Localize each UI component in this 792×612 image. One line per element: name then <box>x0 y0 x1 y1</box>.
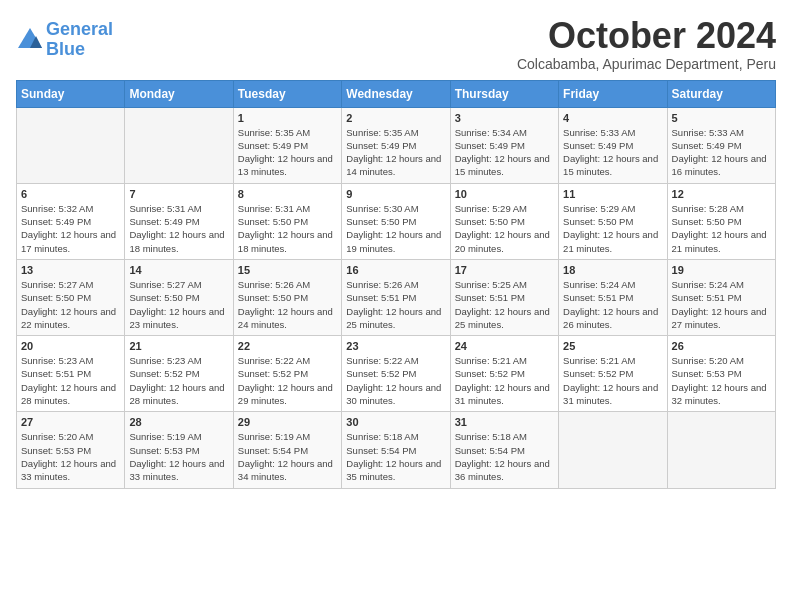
calendar-cell: 12Sunrise: 5:28 AM Sunset: 5:50 PM Dayli… <box>667 183 775 259</box>
calendar-cell: 22Sunrise: 5:22 AM Sunset: 5:52 PM Dayli… <box>233 336 341 412</box>
header-wednesday: Wednesday <box>342 80 450 107</box>
calendar-week-3: 13Sunrise: 5:27 AM Sunset: 5:50 PM Dayli… <box>17 259 776 335</box>
logo-icon <box>16 26 44 54</box>
day-info: Sunrise: 5:20 AM Sunset: 5:53 PM Dayligh… <box>21 430 120 483</box>
day-info: Sunrise: 5:31 AM Sunset: 5:49 PM Dayligh… <box>129 202 228 255</box>
calendar-cell: 30Sunrise: 5:18 AM Sunset: 5:54 PM Dayli… <box>342 412 450 488</box>
day-info: Sunrise: 5:27 AM Sunset: 5:50 PM Dayligh… <box>21 278 120 331</box>
calendar-cell: 27Sunrise: 5:20 AM Sunset: 5:53 PM Dayli… <box>17 412 125 488</box>
day-number: 17 <box>455 264 554 276</box>
calendar-cell: 31Sunrise: 5:18 AM Sunset: 5:54 PM Dayli… <box>450 412 558 488</box>
calendar-cell: 28Sunrise: 5:19 AM Sunset: 5:53 PM Dayli… <box>125 412 233 488</box>
day-info: Sunrise: 5:21 AM Sunset: 5:52 PM Dayligh… <box>563 354 662 407</box>
calendar-week-2: 6Sunrise: 5:32 AM Sunset: 5:49 PM Daylig… <box>17 183 776 259</box>
day-number: 27 <box>21 416 120 428</box>
calendar-header-row: SundayMondayTuesdayWednesdayThursdayFrid… <box>17 80 776 107</box>
calendar-table: SundayMondayTuesdayWednesdayThursdayFrid… <box>16 80 776 489</box>
day-number: 11 <box>563 188 662 200</box>
day-info: Sunrise: 5:30 AM Sunset: 5:50 PM Dayligh… <box>346 202 445 255</box>
day-info: Sunrise: 5:22 AM Sunset: 5:52 PM Dayligh… <box>238 354 337 407</box>
day-info: Sunrise: 5:29 AM Sunset: 5:50 PM Dayligh… <box>455 202 554 255</box>
day-info: Sunrise: 5:23 AM Sunset: 5:52 PM Dayligh… <box>129 354 228 407</box>
calendar-week-4: 20Sunrise: 5:23 AM Sunset: 5:51 PM Dayli… <box>17 336 776 412</box>
header-friday: Friday <box>559 80 667 107</box>
calendar-cell: 3Sunrise: 5:34 AM Sunset: 5:49 PM Daylig… <box>450 107 558 183</box>
day-info: Sunrise: 5:19 AM Sunset: 5:54 PM Dayligh… <box>238 430 337 483</box>
calendar-cell: 15Sunrise: 5:26 AM Sunset: 5:50 PM Dayli… <box>233 259 341 335</box>
day-number: 13 <box>21 264 120 276</box>
day-info: Sunrise: 5:20 AM Sunset: 5:53 PM Dayligh… <box>672 354 771 407</box>
subtitle: Colcabamba, Apurimac Department, Peru <box>517 56 776 72</box>
calendar-cell: 9Sunrise: 5:30 AM Sunset: 5:50 PM Daylig… <box>342 183 450 259</box>
header-saturday: Saturday <box>667 80 775 107</box>
calendar-cell: 26Sunrise: 5:20 AM Sunset: 5:53 PM Dayli… <box>667 336 775 412</box>
header-monday: Monday <box>125 80 233 107</box>
calendar-cell: 13Sunrise: 5:27 AM Sunset: 5:50 PM Dayli… <box>17 259 125 335</box>
day-info: Sunrise: 5:33 AM Sunset: 5:49 PM Dayligh… <box>563 126 662 179</box>
day-info: Sunrise: 5:27 AM Sunset: 5:50 PM Dayligh… <box>129 278 228 331</box>
day-info: Sunrise: 5:24 AM Sunset: 5:51 PM Dayligh… <box>563 278 662 331</box>
calendar-cell: 5Sunrise: 5:33 AM Sunset: 5:49 PM Daylig… <box>667 107 775 183</box>
day-number: 22 <box>238 340 337 352</box>
day-number: 7 <box>129 188 228 200</box>
day-number: 9 <box>346 188 445 200</box>
day-number: 1 <box>238 112 337 124</box>
header-thursday: Thursday <box>450 80 558 107</box>
calendar-cell <box>559 412 667 488</box>
calendar-cell: 8Sunrise: 5:31 AM Sunset: 5:50 PM Daylig… <box>233 183 341 259</box>
day-info: Sunrise: 5:21 AM Sunset: 5:52 PM Dayligh… <box>455 354 554 407</box>
logo-line1: General <box>46 19 113 39</box>
day-info: Sunrise: 5:22 AM Sunset: 5:52 PM Dayligh… <box>346 354 445 407</box>
calendar-cell: 18Sunrise: 5:24 AM Sunset: 5:51 PM Dayli… <box>559 259 667 335</box>
day-number: 18 <box>563 264 662 276</box>
calendar-cell: 7Sunrise: 5:31 AM Sunset: 5:49 PM Daylig… <box>125 183 233 259</box>
calendar-cell: 17Sunrise: 5:25 AM Sunset: 5:51 PM Dayli… <box>450 259 558 335</box>
calendar-cell: 1Sunrise: 5:35 AM Sunset: 5:49 PM Daylig… <box>233 107 341 183</box>
day-number: 30 <box>346 416 445 428</box>
logo: General Blue <box>16 20 113 60</box>
calendar-cell: 24Sunrise: 5:21 AM Sunset: 5:52 PM Dayli… <box>450 336 558 412</box>
day-number: 5 <box>672 112 771 124</box>
day-number: 16 <box>346 264 445 276</box>
calendar-cell <box>17 107 125 183</box>
title-block: October 2024 Colcabamba, Apurimac Depart… <box>517 16 776 72</box>
calendar-cell <box>125 107 233 183</box>
day-number: 29 <box>238 416 337 428</box>
day-number: 23 <box>346 340 445 352</box>
day-number: 20 <box>21 340 120 352</box>
day-number: 3 <box>455 112 554 124</box>
calendar-cell: 29Sunrise: 5:19 AM Sunset: 5:54 PM Dayli… <box>233 412 341 488</box>
day-info: Sunrise: 5:25 AM Sunset: 5:51 PM Dayligh… <box>455 278 554 331</box>
day-info: Sunrise: 5:26 AM Sunset: 5:51 PM Dayligh… <box>346 278 445 331</box>
calendar-week-1: 1Sunrise: 5:35 AM Sunset: 5:49 PM Daylig… <box>17 107 776 183</box>
day-number: 10 <box>455 188 554 200</box>
day-info: Sunrise: 5:23 AM Sunset: 5:51 PM Dayligh… <box>21 354 120 407</box>
calendar-cell: 10Sunrise: 5:29 AM Sunset: 5:50 PM Dayli… <box>450 183 558 259</box>
day-number: 6 <box>21 188 120 200</box>
month-title: October 2024 <box>517 16 776 56</box>
day-number: 24 <box>455 340 554 352</box>
calendar-cell: 21Sunrise: 5:23 AM Sunset: 5:52 PM Dayli… <box>125 336 233 412</box>
calendar-cell: 14Sunrise: 5:27 AM Sunset: 5:50 PM Dayli… <box>125 259 233 335</box>
day-info: Sunrise: 5:35 AM Sunset: 5:49 PM Dayligh… <box>346 126 445 179</box>
day-info: Sunrise: 5:18 AM Sunset: 5:54 PM Dayligh… <box>455 430 554 483</box>
calendar-cell: 4Sunrise: 5:33 AM Sunset: 5:49 PM Daylig… <box>559 107 667 183</box>
day-info: Sunrise: 5:35 AM Sunset: 5:49 PM Dayligh… <box>238 126 337 179</box>
calendar-cell: 16Sunrise: 5:26 AM Sunset: 5:51 PM Dayli… <box>342 259 450 335</box>
calendar-week-5: 27Sunrise: 5:20 AM Sunset: 5:53 PM Dayli… <box>17 412 776 488</box>
day-number: 8 <box>238 188 337 200</box>
day-number: 14 <box>129 264 228 276</box>
day-number: 26 <box>672 340 771 352</box>
day-info: Sunrise: 5:32 AM Sunset: 5:49 PM Dayligh… <box>21 202 120 255</box>
header-tuesday: Tuesday <box>233 80 341 107</box>
calendar-cell: 20Sunrise: 5:23 AM Sunset: 5:51 PM Dayli… <box>17 336 125 412</box>
header-sunday: Sunday <box>17 80 125 107</box>
day-info: Sunrise: 5:19 AM Sunset: 5:53 PM Dayligh… <box>129 430 228 483</box>
day-number: 25 <box>563 340 662 352</box>
calendar-cell: 25Sunrise: 5:21 AM Sunset: 5:52 PM Dayli… <box>559 336 667 412</box>
day-number: 28 <box>129 416 228 428</box>
day-number: 2 <box>346 112 445 124</box>
calendar-cell <box>667 412 775 488</box>
calendar-cell: 6Sunrise: 5:32 AM Sunset: 5:49 PM Daylig… <box>17 183 125 259</box>
logo-text: General Blue <box>46 20 113 60</box>
